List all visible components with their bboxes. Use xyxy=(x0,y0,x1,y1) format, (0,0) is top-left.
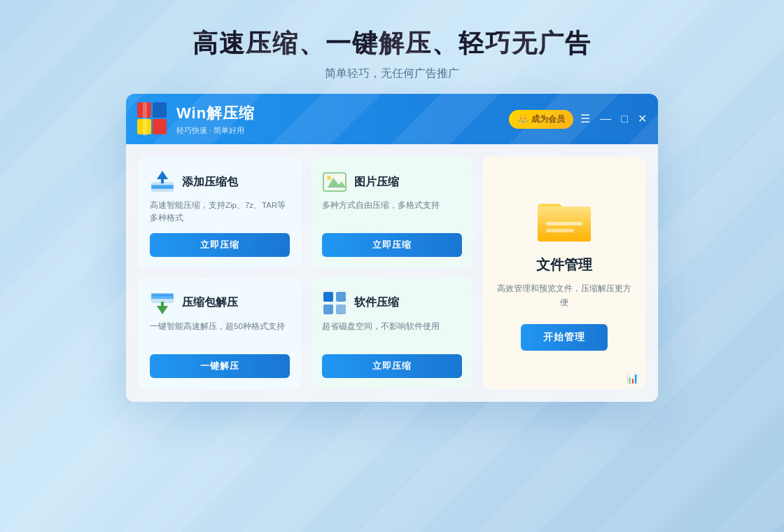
title-bar: Win解压缩 轻巧快速 · 简单好用 👑 成为会员 ☰ — □ ✕ xyxy=(126,94,658,144)
svg-rect-7 xyxy=(153,186,172,188)
image-icon xyxy=(322,169,347,195)
app-icon xyxy=(137,102,168,136)
header-subtitle: 简单轻巧，无任何广告推广 xyxy=(0,66,784,81)
title-bar-left: Win解压缩 轻巧快速 · 简单好用 xyxy=(137,102,255,136)
compress-card-desc: 高速智能压缩，支持Zip、7z、TAR等多种格式 xyxy=(150,199,290,225)
software-card-header: 软件压缩 xyxy=(322,290,462,316)
compress-card-title: 添加压缩包 xyxy=(182,175,238,190)
svg-rect-20 xyxy=(153,295,172,296)
manage-card-desc: 高效管理和预览文件，压缩解压更方便 xyxy=(494,281,634,310)
svg-rect-17 xyxy=(546,229,574,232)
software-compress-button[interactable]: 立即压缩 xyxy=(322,354,462,378)
extract-card-desc: 一键智能高速解压，超50种格式支持 xyxy=(150,320,290,346)
manage-card-title: 文件管理 xyxy=(536,255,592,274)
vip-button[interactable]: 👑 成为会员 xyxy=(509,110,573,129)
window-controls: ☰ — □ ✕ xyxy=(580,113,647,125)
svg-marker-8 xyxy=(157,171,168,183)
stats-icon: 📊 xyxy=(626,372,638,384)
menu-button[interactable]: ☰ xyxy=(580,113,590,125)
extract-card-title: 压缩包解压 xyxy=(182,295,238,310)
app-body: 添加压缩包 高速智能压缩，支持Zip、7z、TAR等多种格式 立即压缩 xyxy=(126,144,658,402)
page-header: 高速压缩、一键解压、轻巧无广告 简单轻巧，无任何广告推广 xyxy=(0,0,784,94)
extract-card-header: 压缩包解压 xyxy=(150,290,290,316)
svg-point-12 xyxy=(327,176,331,180)
svg-rect-4 xyxy=(143,102,147,136)
svg-rect-24 xyxy=(323,304,333,314)
app-tagline: 轻巧快速 · 简单好用 xyxy=(176,125,255,136)
extract-icon xyxy=(150,290,175,316)
compress-card: 添加压缩包 高速智能压缩，支持Zip、7z、TAR等多种格式 立即压缩 xyxy=(139,157,301,268)
svg-rect-25 xyxy=(336,304,346,314)
image-card-desc: 多种方式自由压缩，多格式支持 xyxy=(322,199,462,225)
svg-rect-16 xyxy=(546,222,582,225)
extract-button[interactable]: 一键解压 xyxy=(150,354,290,378)
software-card-desc: 超省磁盘空间，不影响软件使用 xyxy=(322,320,462,346)
app-title-text: Win解压缩 轻巧快速 · 简单好用 xyxy=(176,103,255,136)
page-background: 高速压缩、一键解压、轻巧无广告 简单轻巧，无任何广告推广 xyxy=(0,0,784,402)
software-icon xyxy=(322,290,347,316)
image-card-title: 图片压缩 xyxy=(354,175,399,190)
vip-label: 成为会员 xyxy=(531,113,565,125)
compress-icon xyxy=(150,169,175,195)
svg-rect-22 xyxy=(323,292,333,302)
image-card-header: 图片压缩 xyxy=(322,169,462,195)
header-title: 高速压缩、一键解压、轻巧无广告 xyxy=(0,27,784,61)
compress-button[interactable]: 立即压缩 xyxy=(150,233,290,257)
folder-icon xyxy=(536,197,592,244)
software-card: 软件压缩 超省磁盘空间，不影响软件使用 立即压缩 xyxy=(311,278,473,389)
image-card: 图片压缩 多种方式自由压缩，多格式支持 立即压缩 xyxy=(311,157,473,268)
manage-button[interactable]: 开始管理 xyxy=(521,324,608,351)
svg-rect-3 xyxy=(153,119,167,134)
svg-marker-21 xyxy=(157,302,168,314)
image-compress-button[interactable]: 立即压缩 xyxy=(322,233,462,257)
maximize-button[interactable]: □ xyxy=(621,113,628,125)
extract-card: 压缩包解压 一键智能高速解压，超50种格式支持 一键解压 xyxy=(139,278,301,389)
crown-icon: 👑 xyxy=(517,114,528,125)
app-window: Win解压缩 轻巧快速 · 简单好用 👑 成为会员 ☰ — □ ✕ xyxy=(126,94,658,402)
app-name: Win解压缩 xyxy=(176,103,255,124)
svg-rect-1 xyxy=(153,102,167,118)
manage-card: 文件管理 高效管理和预览文件，压缩解压更方便 开始管理 📊 xyxy=(483,157,645,389)
software-card-title: 软件压缩 xyxy=(354,295,399,310)
svg-rect-23 xyxy=(336,292,346,302)
close-button[interactable]: ✕ xyxy=(638,113,647,125)
minimize-button[interactable]: — xyxy=(600,113,611,125)
title-bar-right: 👑 成为会员 ☰ — □ ✕ xyxy=(509,110,647,129)
compress-card-header: 添加压缩包 xyxy=(150,169,290,195)
